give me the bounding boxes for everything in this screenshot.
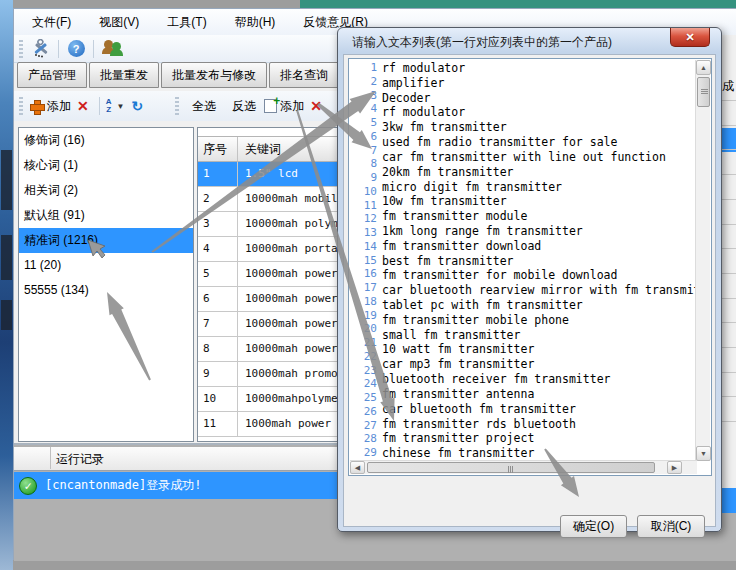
scroll-up-icon[interactable]: ▲	[696, 60, 711, 75]
text-line: best fm transmitter	[382, 254, 697, 269]
row-index: 4	[198, 237, 238, 261]
menu-view[interactable]: 视图(V)	[99, 14, 139, 31]
line-number: 28	[349, 432, 380, 446]
line-number: 29	[349, 446, 380, 460]
line-number: 24	[349, 377, 380, 391]
tab-batch-publish-modify[interactable]: 批量发布与修改	[161, 62, 267, 88]
screen: 文件(F) 视图(V) 工具(T) 帮助(H) 反馈意见(R) ?	[0, 0, 736, 570]
line-number: 4	[349, 102, 380, 116]
line-number: 13	[349, 226, 380, 240]
line-number: 15	[349, 254, 380, 268]
line-number: 16	[349, 267, 380, 281]
desktop-icon-fragment	[1, 235, 12, 280]
sidebar-item-核心词[interactable]: 核心词 (1)	[19, 153, 193, 178]
scroll-right-icon[interactable]: ▶	[667, 461, 682, 474]
text-line: 10w fm transmitter	[382, 194, 697, 209]
invert-selection-button[interactable]: 反选	[232, 98, 256, 115]
log-header-label: 运行记录	[56, 451, 104, 468]
vertical-scroll-thumb[interactable]	[697, 77, 710, 107]
occluded-gridline	[722, 396, 736, 397]
occluded-gridline	[722, 125, 736, 126]
batch-add-button[interactable]: 添加	[280, 98, 304, 115]
text-line: 10 watt fm transmitter	[382, 342, 697, 357]
column-header-keyword[interactable]: 关键词	[238, 137, 281, 161]
occluded-gridline	[722, 322, 736, 323]
line-number: 26	[349, 405, 380, 419]
sidebar-item-11[interactable]: 11 (20)	[19, 253, 193, 278]
text-line: used fm radio transmitter for sale	[382, 135, 697, 150]
text-line: 20km fm transmitter	[382, 165, 697, 180]
line-number: 21	[349, 336, 380, 350]
tab-batch-resend[interactable]: 批量重发	[89, 62, 159, 88]
ok-button[interactable]: 确定(O)	[560, 515, 627, 538]
occluded-gridline	[722, 174, 736, 175]
occluded-window-edge: 成	[722, 35, 736, 560]
vertical-scrollbar[interactable]: ▲ ▼	[695, 60, 710, 461]
dialog-title: 请输入文本列表(第一行对应列表中的第一个产品)	[352, 34, 612, 51]
toolbar-grip	[19, 40, 23, 58]
desktop-background-strip	[300, 0, 736, 8]
text-line: Decoder	[382, 91, 697, 106]
menu-file[interactable]: 文件(F)	[32, 14, 71, 31]
row-index: 2	[198, 187, 238, 211]
sidebar-item-修饰词[interactable]: 修饰词 (16)	[19, 128, 193, 153]
scroll-left-icon[interactable]: ◀	[350, 461, 365, 474]
batch-add-icon	[264, 99, 277, 113]
text-line: 1km long range fm transmitter	[382, 224, 697, 239]
sort-dropdown-caret[interactable]: ▼	[117, 102, 125, 111]
text-line: fm transmitter rds bluetooth	[382, 417, 697, 432]
line-number: 22	[349, 350, 380, 364]
select-all-button[interactable]: 全选	[192, 98, 216, 115]
occluded-gridline	[722, 298, 736, 299]
toolbar-grip	[19, 97, 23, 115]
menu-help[interactable]: 帮助(H)	[235, 14, 276, 31]
add-group-button[interactable]: 添加	[47, 98, 71, 115]
sidebar-item-相关词[interactable]: 相关词 (2)	[19, 178, 193, 203]
text-line: fm transmitter antenna	[382, 387, 697, 402]
horizontal-scroll-thumb[interactable]	[367, 462, 655, 473]
sidebar-item-默认组[interactable]: 默认组 (91)	[19, 203, 193, 228]
line-number: 25	[349, 391, 380, 405]
delete-group-button[interactable]: ✕	[77, 98, 89, 114]
line-number-gutter: 1234567891011121314151617181920212223242…	[349, 61, 380, 460]
cancel-button[interactable]: 取消(C)	[637, 515, 705, 538]
occluded-gridline	[722, 347, 736, 348]
occluded-gridline	[722, 372, 736, 373]
column-header-index[interactable]: 序号	[198, 137, 238, 161]
occluded-gridline	[722, 199, 736, 200]
dialog-body: 1234567891011121314151617181920212223242…	[343, 54, 716, 527]
row-index: 6	[198, 287, 238, 311]
toolbar-grip	[175, 97, 179, 115]
text-line: chinese fm transmitter	[382, 446, 697, 461]
text-line: car mp3 fm transmitter	[382, 357, 697, 372]
scroll-down-icon[interactable]: ▼	[696, 446, 711, 461]
text-list-dialog: 请输入文本列表(第一行对应列表中的第一个产品) ✕ 12345678910111…	[337, 27, 722, 532]
text-list-input[interactable]: 1234567891011121314151617181920212223242…	[348, 58, 712, 476]
close-icon[interactable]: ✕	[670, 28, 710, 47]
text-line: rf modulator	[382, 61, 697, 76]
menu-tools[interactable]: 工具(T)	[167, 14, 206, 31]
line-number: 1	[349, 61, 380, 75]
line-number: 6	[349, 130, 380, 144]
line-number: 5	[349, 116, 380, 130]
row-index: 7	[198, 312, 238, 336]
tab-product-management[interactable]: 产品管理	[17, 62, 87, 88]
sort-az-icon[interactable]: A Z	[106, 98, 112, 114]
desktop-left-edge	[0, 0, 13, 570]
row-index: 3	[198, 212, 238, 236]
horizontal-scrollbar[interactable]: ◀ ▶	[350, 460, 697, 474]
batch-delete-button[interactable]: ✕	[310, 98, 322, 114]
sidebar-item-精准词[interactable]: 精准词 (1216)	[19, 228, 193, 253]
toolbar-separator	[99, 97, 100, 115]
tab-ranking-query[interactable]: 排名查询	[269, 62, 339, 88]
text-line: car fm transmitter with line out functio…	[382, 150, 697, 165]
line-number: 8	[349, 157, 380, 171]
occluded-gridline	[722, 224, 736, 225]
sidebar-item-55555[interactable]: 55555 (134)	[19, 278, 193, 303]
text-line: fm transmitter module	[382, 209, 697, 224]
line-number: 18	[349, 295, 380, 309]
line-number: 3	[349, 89, 380, 103]
text-line: fm transmitter mobile phone	[382, 313, 697, 328]
refresh-icon[interactable]: ↻	[131, 98, 143, 114]
help-icon: ?	[68, 40, 85, 57]
